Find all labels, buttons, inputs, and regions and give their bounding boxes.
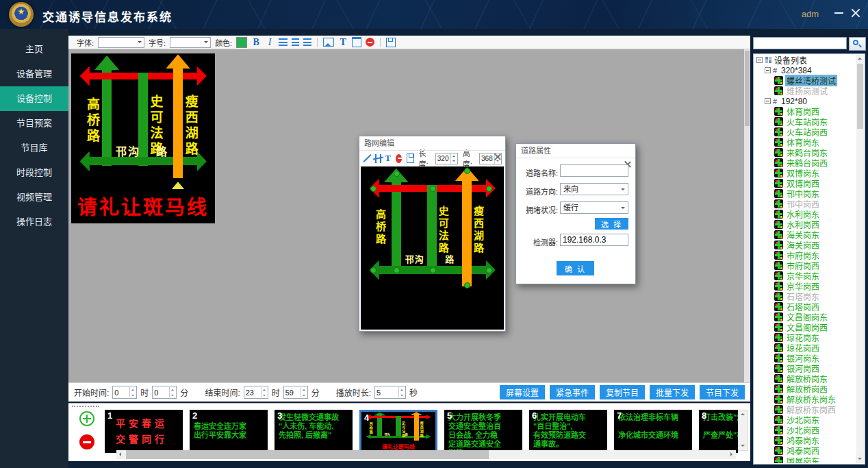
device-search-input[interactable] bbox=[753, 37, 847, 49]
delete-icon[interactable] bbox=[396, 154, 402, 163]
device-item[interactable]: 邗中岗西 bbox=[754, 199, 856, 209]
scroll-up-icon[interactable] bbox=[856, 55, 863, 64]
scrollbar-thumb[interactable] bbox=[126, 450, 489, 459]
close-icon[interactable] bbox=[850, 8, 861, 19]
strip-vertical-scrollbar[interactable] bbox=[738, 410, 748, 451]
height-stepper[interactable]: 368 bbox=[479, 153, 502, 164]
edit-handle[interactable] bbox=[430, 267, 436, 273]
detector-input[interactable] bbox=[560, 234, 628, 246]
edit-handle[interactable] bbox=[394, 171, 400, 177]
device-item[interactable]: 解放桥东岗东 bbox=[754, 394, 856, 404]
draw-line-icon[interactable] bbox=[363, 154, 369, 163]
road-name-input[interactable] bbox=[560, 164, 628, 177]
device-item[interactable]: 石塔岗东 bbox=[754, 291, 856, 301]
device-item[interactable]: 火车站岗东 bbox=[754, 116, 856, 127]
device-item[interactable]: 文昌阁岗东 bbox=[754, 312, 856, 322]
scroll-up-icon[interactable] bbox=[739, 410, 748, 419]
device-item[interactable]: 水利岗西 bbox=[754, 219, 856, 230]
collapse-icon[interactable] bbox=[765, 98, 771, 104]
spin-up-icon[interactable] bbox=[170, 387, 176, 393]
edit-handle[interactable] bbox=[370, 267, 376, 273]
scrollbar-thumb[interactable] bbox=[857, 64, 863, 129]
device-item[interactable]: 石塔岗西 bbox=[754, 301, 856, 312]
start-hour-stepper[interactable]: 0 bbox=[112, 386, 137, 399]
program-thumbnail[interactable]: 平安春运交警同行1 bbox=[105, 410, 183, 453]
device-item[interactable]: 来鹤台岗东 bbox=[754, 147, 856, 158]
spin-down-icon[interactable] bbox=[301, 393, 307, 398]
sidebar-item-主页[interactable]: 主页 bbox=[0, 37, 68, 62]
end-minute-stepper[interactable]: 59 bbox=[283, 386, 308, 399]
device-item[interactable]: 水利岗东 bbox=[754, 209, 856, 219]
program-thumbnail[interactable]: 春运安全连万家出行平安靠大家2 bbox=[190, 410, 268, 453]
device-item[interactable]: 火车站岗西 bbox=[754, 127, 856, 137]
edit-handle[interactable] bbox=[394, 267, 400, 273]
start-minute-stepper[interactable]: 0 bbox=[152, 386, 177, 399]
device-item[interactable]: 鸿泰岗东 bbox=[754, 435, 856, 445]
device-item[interactable]: 邗中岗东 bbox=[754, 188, 856, 199]
device-item[interactable]: 海关岗东 bbox=[754, 230, 856, 240]
device-item[interactable]: 银河岗西 bbox=[754, 363, 856, 373]
device-item[interactable]: 双博岗西 bbox=[754, 178, 856, 188]
device-item[interactable]: 琼花岗东 bbox=[754, 332, 856, 343]
color-swatch[interactable] bbox=[236, 37, 247, 48]
font-size-select[interactable] bbox=[170, 37, 211, 48]
text-tool-icon[interactable]: T bbox=[338, 37, 348, 48]
spin-up-icon[interactable] bbox=[261, 387, 268, 393]
action-button[interactable]: 复制节目 bbox=[600, 385, 645, 399]
action-button[interactable]: 批量下发 bbox=[650, 385, 695, 399]
device-item[interactable]: 来鹤台岗西 bbox=[754, 158, 856, 168]
device-item[interactable]: 沙北岗西 bbox=[754, 425, 856, 435]
device-item[interactable]: 螺丝湾桥测试 bbox=[754, 75, 856, 86]
remove-program-button[interactable] bbox=[79, 434, 94, 449]
device-item[interactable]: 市府岗东 bbox=[754, 250, 856, 260]
program-thumbnail[interactable]: 依法治理非标车辆 净化城市交通环境7 bbox=[614, 410, 692, 453]
device-item[interactable]: 鸿泰岗西 bbox=[754, 445, 856, 456]
font-select[interactable] bbox=[98, 37, 144, 48]
scroll-left-icon[interactable] bbox=[116, 450, 125, 459]
device-item[interactable]: 海关岗西 bbox=[754, 240, 856, 250]
spin-up-icon[interactable] bbox=[130, 387, 136, 393]
device-item[interactable]: 维扬岗测试 bbox=[754, 86, 856, 96]
device-item[interactable]: 国展岗东 bbox=[754, 456, 856, 463]
tree-scrollbar[interactable] bbox=[856, 55, 864, 463]
action-button[interactable]: 节目下发 bbox=[700, 385, 745, 399]
action-button[interactable]: 紧急事件 bbox=[550, 385, 595, 399]
user-name[interactable]: adm bbox=[802, 9, 819, 19]
add-program-button[interactable] bbox=[79, 411, 94, 426]
device-item[interactable]: 解放桥东岗西 bbox=[754, 404, 856, 415]
scrollbar-thumb[interactable] bbox=[745, 51, 750, 126]
select-button[interactable]: 选 择 bbox=[595, 218, 628, 230]
tree-root[interactable]: 设备列表 bbox=[754, 55, 856, 65]
device-item[interactable]: 解放桥岗东 bbox=[754, 373, 856, 384]
tree-group-row[interactable]: #320*384 bbox=[754, 65, 856, 75]
program-thumbnail[interactable]: 打击改装"炸街" 严查严处"机动"8 bbox=[699, 410, 738, 453]
device-item[interactable]: 沙北岗东 bbox=[754, 415, 856, 425]
device-item[interactable]: 双博岗东 bbox=[754, 168, 856, 178]
scroll-right-icon[interactable] bbox=[727, 450, 736, 459]
save-icon[interactable] bbox=[407, 153, 413, 163]
sidebar-item-设备管理[interactable]: 设备管理 bbox=[0, 62, 68, 86]
device-item[interactable]: 解放桥岗西 bbox=[754, 384, 856, 394]
device-item[interactable]: 市府岗西 bbox=[754, 260, 856, 271]
edit-handle[interactable] bbox=[370, 186, 376, 192]
device-item[interactable]: 京华岗东 bbox=[754, 271, 856, 281]
program-thumbnail[interactable]: 高桥路史可法路瘦西湖路邗沟路请礼让斑马线4 bbox=[359, 410, 437, 453]
sidebar-item-设备控制[interactable]: 设备控制 bbox=[0, 86, 68, 111]
node-tool-icon[interactable] bbox=[374, 154, 380, 163]
align-left-icon[interactable] bbox=[279, 38, 288, 46]
tree-group-row[interactable]: #192*80 bbox=[754, 96, 856, 106]
spin-down-icon[interactable] bbox=[170, 393, 176, 398]
sidebar-item-节目预案[interactable]: 节目预案 bbox=[0, 111, 68, 136]
spin-down-icon[interactable] bbox=[495, 158, 501, 164]
italic-button[interactable]: I bbox=[265, 37, 275, 48]
duration-stepper[interactable]: 5 bbox=[374, 386, 406, 399]
edit-handle[interactable] bbox=[486, 267, 492, 273]
collapse-icon[interactable] bbox=[765, 67, 771, 73]
save-icon[interactable] bbox=[386, 38, 396, 47]
edit-handle[interactable] bbox=[486, 186, 492, 192]
sidebar-item-时段控制[interactable]: 时段控制 bbox=[0, 160, 68, 185]
road-network-canvas[interactable]: 高桥路史可法路瘦西湖路邗沟路 bbox=[361, 167, 504, 330]
collapse-icon[interactable] bbox=[756, 57, 763, 63]
device-item[interactable]: 文昌阁岗西 bbox=[754, 322, 856, 332]
road-direction-select[interactable]: 来向 bbox=[560, 183, 628, 195]
